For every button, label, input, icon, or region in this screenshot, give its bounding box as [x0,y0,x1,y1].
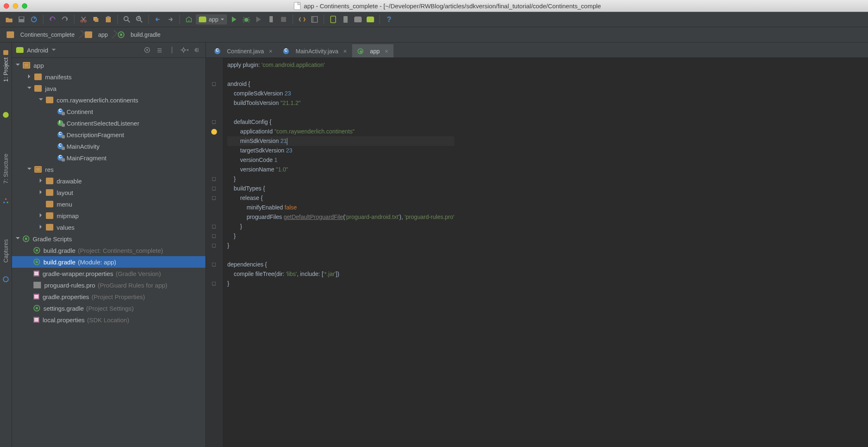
tree-node-package[interactable]: com.raywenderlich.continents [12,94,205,106]
attach-debugger-icon[interactable] [266,14,277,25]
tree-node-build-gradle-project[interactable]: build.gradle(Project: Continents_complet… [12,245,205,256]
fold-icon[interactable] [212,282,216,285]
tree-node-class[interactable]: MainActivity [12,140,205,152]
tab-label: Continent.java [227,48,264,55]
node-hint: (SDK Location) [87,316,129,323]
redo-icon[interactable] [60,14,70,25]
fold-icon[interactable] [212,82,216,86]
sdk-manager-icon[interactable] [340,14,351,25]
project-view-label[interactable]: Android [27,47,48,54]
make-icon[interactable] [184,14,194,25]
settings-icon[interactable]: ▾ [180,45,189,55]
tab-app-gradle[interactable]: app × [352,44,393,57]
back-icon[interactable] [153,14,163,25]
find-icon[interactable] [122,14,132,25]
captures-tool-icon[interactable] [3,276,9,282]
tool-tab-project[interactable]: 1: Project [2,48,9,84]
intention-bulb-icon[interactable] [211,129,217,135]
tree-node-drawable[interactable]: drawable [12,175,205,187]
fold-icon[interactable] [212,177,216,181]
sync-gradle-icon[interactable] [297,14,308,25]
node-label: MainActivity [67,143,100,150]
chevron-down-icon[interactable] [52,49,56,51]
tree-node-gradle-scripts[interactable]: Gradle Scripts [12,233,205,245]
separator [379,15,380,24]
undo-icon[interactable] [47,14,58,25]
tree-node-java[interactable]: java [12,83,205,94]
cut-icon[interactable] [78,14,89,25]
tree-node-menu[interactable]: menu [12,198,205,210]
tree-node-manifests[interactable]: manifests [12,71,205,83]
tree-node-local-properties[interactable]: local.properties(SDK Location) [12,314,205,326]
replace-icon[interactable]: A [134,14,145,25]
tree-node-class[interactable]: DescriptionFragment [12,129,205,140]
close-tab-icon[interactable]: × [343,48,347,55]
tree-node-gradle-properties[interactable]: gradle.properties(Project Properties) [12,291,205,302]
tree-node-proguard[interactable]: proguard-rules.pro(ProGuard Rules for ap… [12,279,205,291]
minimize-window-button[interactable] [13,3,18,9]
tab-continent-java[interactable]: Continent.java × [209,44,278,57]
tab-mainactivity-java[interactable]: MainActivity.java × [278,44,352,57]
project-tree[interactable]: app manifests java com.raywenderlich.con… [12,58,205,447]
code-body[interactable]: apply plugin: 'com.android.application' … [222,58,454,447]
breadcrumb-project[interactable]: Continents_complete [2,29,81,40]
breadcrumb-module[interactable]: app [81,29,114,40]
class-icon [57,155,63,161]
tree-node-class[interactable]: MainFragment [12,152,205,164]
hide-panel-icon[interactable] [192,45,201,55]
zoom-window-button[interactable] [22,3,27,9]
help-icon[interactable]: ? [384,14,394,25]
android-icon [199,17,206,22]
tool-tab-captures[interactable]: Captures [2,237,9,265]
open-icon[interactable] [4,14,14,25]
svg-rect-14 [281,17,286,22]
tree-node-interface[interactable]: ContinentSelectedListener [12,117,205,129]
close-tab-icon[interactable]: × [385,48,389,55]
code-editor[interactable]: apply plugin: 'com.android.application' … [206,58,868,447]
android-tool-icon[interactable] [2,112,9,118]
debug-icon[interactable] [241,14,252,25]
res-folder-icon [34,166,42,173]
fold-icon[interactable] [212,120,216,124]
tree-node-app[interactable]: app [12,59,205,71]
fold-icon[interactable] [212,263,216,266]
fold-icon[interactable] [212,196,216,200]
tree-node-build-gradle-app[interactable]: build.gradle(Module: app) [12,256,205,268]
gradle-icon [23,235,29,242]
stop-icon[interactable] [278,14,289,25]
scroll-from-source-icon[interactable] [143,45,152,55]
text-caret [287,138,287,145]
run-configuration-select[interactable]: app [196,14,227,24]
tree-node-layout[interactable]: layout [12,187,205,198]
android-monitor-icon[interactable] [353,14,363,25]
macos-titlebar: app - Continents_complete - [~/Developer… [0,0,868,12]
avd-manager-icon[interactable] [328,14,339,25]
tree-node-gradle-wrapper[interactable]: gradle-wrapper.properties(Gradle Version… [12,268,205,279]
fold-icon[interactable] [212,225,216,228]
breadcrumb-file[interactable]: build.gradle [114,29,166,40]
close-window-button[interactable] [4,3,9,9]
tree-node-settings-gradle[interactable]: settings.gradle(Project Settings) [12,302,205,314]
forward-icon[interactable] [165,14,176,25]
fold-icon[interactable] [212,244,216,247]
tree-node-mipmap[interactable]: mipmap [12,210,205,221]
tree-node-class[interactable]: Continent [12,106,205,117]
tool-tab-structure[interactable]: 7: Structure [2,151,9,186]
tree-node-res[interactable]: res [12,164,205,175]
project-structure-icon[interactable] [309,14,320,25]
editor-gutter[interactable] [206,58,222,447]
collapse-all-icon[interactable] [155,45,164,55]
sync-icon[interactable] [29,14,39,25]
run-coverage-icon[interactable] [253,14,264,25]
copy-icon[interactable] [91,14,101,25]
android-icon[interactable] [365,14,376,25]
run-icon[interactable] [229,14,239,25]
fold-icon[interactable] [212,234,216,238]
save-icon[interactable] [16,14,27,25]
close-tab-icon[interactable]: × [269,48,273,55]
fold-icon[interactable] [212,187,216,190]
node-label: layout [57,189,73,196]
paste-icon[interactable] [103,14,114,25]
structure-tool-icon[interactable] [3,198,9,204]
tree-node-values[interactable]: values [12,221,205,233]
